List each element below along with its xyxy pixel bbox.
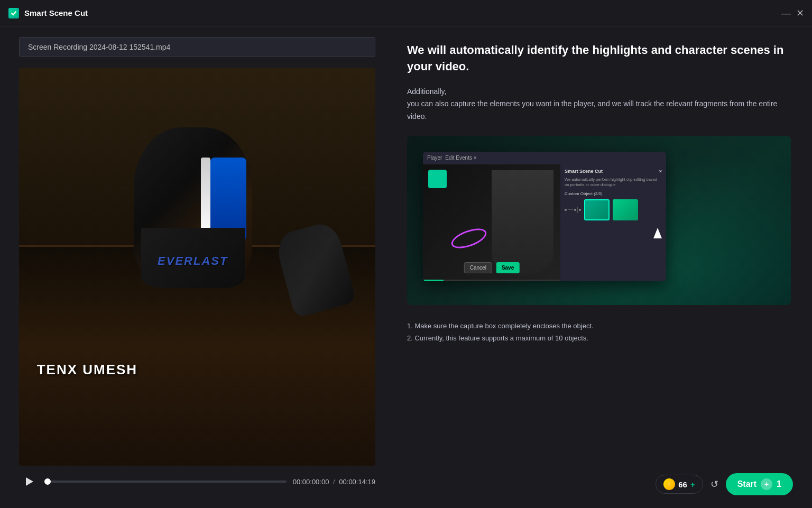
time-separator: / <box>333 478 335 486</box>
current-time: 00:00:00:00 <box>293 478 329 486</box>
progress-bar[interactable] <box>44 481 287 483</box>
bottom-controls: ⚡ 66 + ↺ Start + 1 <box>656 473 793 495</box>
inner-dialog-custom-label: Custom Object (2/5) <box>565 191 662 196</box>
left-panel: Screen Recording 2024-08-12 152541.mp4 E… <box>0 26 386 508</box>
mini-cancel-save-buttons: Cancel Save <box>464 262 520 273</box>
minimize-button[interactable]: — <box>782 10 790 17</box>
progress-indicator <box>44 478 51 485</box>
video-name-overlay: TENX UMESH <box>37 362 137 378</box>
inner-app-content: Cancel Save Smart Scene Cut × <box>423 164 666 281</box>
inner-video-area: Cancel Save <box>423 164 560 281</box>
video-container: EVERLAST TENX UMESH <box>19 68 375 466</box>
mini-progress-bar <box>423 280 560 281</box>
start-label: Start <box>737 479 756 489</box>
mini-video-background: Cancel Save <box>423 164 560 281</box>
coin-plus: + <box>690 480 695 489</box>
inner-app-bar: Player Edit Events × <box>423 152 666 164</box>
inner-tab-edit: Edit Events × <box>445 155 476 161</box>
additionally-body: you can also capture the elements you wa… <box>407 99 777 121</box>
time-display: 00:00:00:00 / 00:00:14:19 <box>293 478 375 486</box>
thumbnail-teal <box>584 199 610 220</box>
inner-dialog-title: Smart Scene Cut × <box>565 169 662 174</box>
app-icon <box>8 8 19 19</box>
player-controls: 00:00:00:00 / 00:00:14:19 <box>19 466 375 497</box>
inner-thumbnails <box>565 199 662 220</box>
mini-green-square <box>428 170 447 188</box>
total-time: 00:00:14:19 <box>339 478 375 486</box>
coin-count: 66 <box>678 480 687 489</box>
play-icon <box>26 477 33 486</box>
preview-area: Player Edit Events × Cancel Save <box>407 136 791 305</box>
boxing-glove-main: EVERLAST <box>119 127 267 328</box>
play-button[interactable] <box>19 472 38 491</box>
headline: We will automatically identify the highl… <box>407 42 791 75</box>
app-title: Smart Scene Cut <box>24 8 88 17</box>
connect-dots <box>565 207 581 213</box>
refresh-icon[interactable]: ↺ <box>710 478 718 490</box>
brand-text: EVERLAST <box>119 254 267 268</box>
inner-dialog: Smart Scene Cut × We automatically perfo… <box>560 164 666 281</box>
start-button[interactable]: Start + 1 <box>726 473 793 495</box>
mini-cancel-button[interactable]: Cancel <box>464 262 492 273</box>
additionally-section: Additionally, you can also capture the e… <box>407 86 791 123</box>
notes-section: 1. Make sure the capture box completely … <box>407 320 791 345</box>
title-bar-left: Smart Scene Cut <box>8 8 88 19</box>
inner-app-window: Player Edit Events × Cancel Save <box>423 152 666 281</box>
note-1: 1. Make sure the capture box completely … <box>407 320 791 332</box>
additionally-label: Additionally, <box>407 86 791 98</box>
thumbnail-green <box>613 199 638 220</box>
main-layout: Screen Recording 2024-08-12 152541.mp4 E… <box>0 26 812 508</box>
note-2: 2. Currently, this feature supports a ma… <box>407 332 791 344</box>
title-bar: Smart Scene Cut — ✕ <box>0 0 812 26</box>
start-number: 1 <box>777 479 781 489</box>
inner-tab-player: Player <box>427 155 442 161</box>
video-scene: EVERLAST TENX UMESH <box>19 68 375 466</box>
coin-icon: ⚡ <box>663 478 675 490</box>
right-panel: We will automatically identify the highl… <box>386 26 812 508</box>
mini-figure <box>492 170 553 275</box>
mini-progress-fill <box>423 280 444 281</box>
mini-save-button[interactable]: Save <box>496 262 519 273</box>
start-plus-icon: + <box>761 478 772 490</box>
file-path: Screen Recording 2024-08-12 152541.mp4 <box>19 37 375 57</box>
close-button[interactable]: ✕ <box>796 10 804 17</box>
coin-badge: ⚡ 66 + <box>656 475 703 494</box>
window-controls: — ✕ <box>782 10 804 17</box>
mini-selection-ellipse <box>449 225 489 252</box>
inner-dialog-description: We automatically perform highlight clip … <box>565 177 662 188</box>
cursor-icon <box>653 228 662 239</box>
